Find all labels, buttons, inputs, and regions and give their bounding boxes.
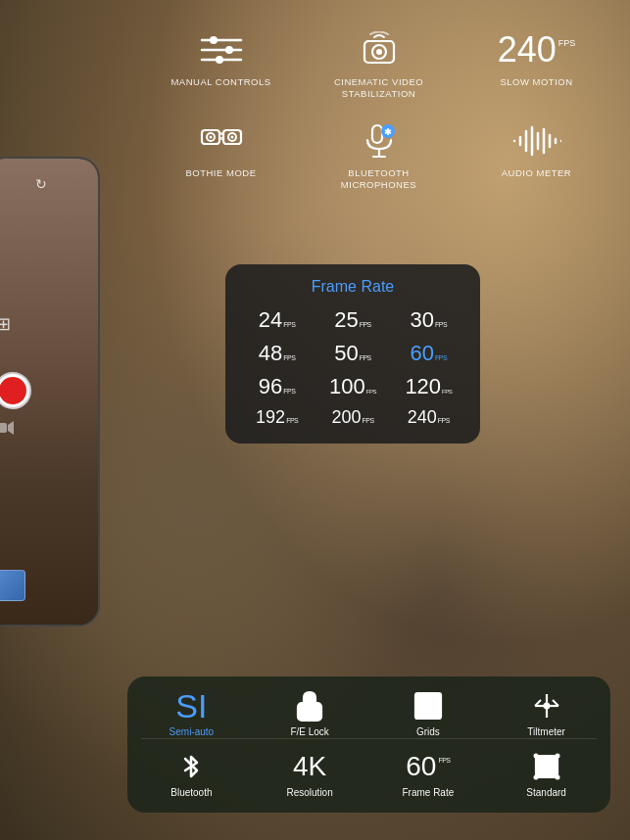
grids-label: Grids xyxy=(416,726,440,738)
bothie-label: BOTHIE MODE xyxy=(185,167,256,179)
toolbar-frame-rate[interactable]: 60 FPS Frame Rate xyxy=(374,751,483,799)
fps-200[interactable]: 200 FPS xyxy=(316,407,388,428)
svg-rect-44 xyxy=(536,756,557,777)
svg-rect-18 xyxy=(372,125,382,143)
fe-lock-label: F/E Lock xyxy=(290,726,328,738)
fps-25[interactable]: 25 FPS xyxy=(316,307,388,333)
svg-point-3 xyxy=(210,36,218,44)
svg-text:✱: ✱ xyxy=(384,127,392,137)
bluetooth-mic-label: BLUETOOTHMICROPHONES xyxy=(341,167,416,192)
frame-rate-title: Frame Rate xyxy=(241,278,464,296)
bottom-toolbar: SI Semi-auto F/E F/E Lock xyxy=(127,677,610,813)
toolbar-fe-lock[interactable]: F/E F/E Lock xyxy=(256,690,364,738)
resolution-label: Resolution xyxy=(286,787,332,799)
toolbar-standard[interactable]: Standard xyxy=(492,751,601,799)
frame-rate-small-label: Frame Rate xyxy=(402,787,454,799)
frame-rate-small-icon: 60 FPS xyxy=(406,751,450,782)
svg-rect-0 xyxy=(0,423,7,433)
svg-point-47 xyxy=(533,775,538,780)
toolbar-resolution[interactable]: 4K Resolution xyxy=(256,751,364,799)
fps-display-icon: 240 FPS xyxy=(511,29,562,70)
svg-point-13 xyxy=(209,135,212,138)
svg-point-48 xyxy=(555,775,559,780)
fps-192[interactable]: 192 FPS xyxy=(241,407,313,428)
grids-icon xyxy=(413,690,443,722)
feature-audio-meter[interactable]: AUDIO METER xyxy=(462,120,610,192)
svg-point-45 xyxy=(533,754,538,759)
stabilization-icon xyxy=(354,29,405,70)
toolbar-grids[interactable]: Grids xyxy=(374,690,483,738)
waveform-icon xyxy=(511,120,562,162)
toolbar-tiltmeter[interactable]: Tiltmeter xyxy=(492,690,601,738)
bothie-icon xyxy=(196,120,247,162)
feature-manual-controls[interactable]: MANUAL CONTROLS xyxy=(147,29,295,101)
feature-bluetooth-mic[interactable]: ✱ BLUETOOTHMICROPHONES xyxy=(305,120,453,192)
feature-slow-motion[interactable]: 240 FPS SLOW MOTION xyxy=(462,29,610,101)
svg-point-16 xyxy=(230,135,233,138)
fps-60[interactable]: 60 FPS xyxy=(393,341,464,366)
fps-48[interactable]: 48 FPS xyxy=(241,341,313,366)
cinematic-label: CINEMATIC VIDEOSTABILIZATION xyxy=(334,76,423,101)
bluetooth-icon xyxy=(179,751,203,782)
fps-240[interactable]: 240 FPS xyxy=(393,407,464,428)
toolbar-divider xyxy=(141,738,597,739)
phone-mockup: ↻ ⊞ xyxy=(0,157,100,627)
fps-unit-label: FPS xyxy=(558,36,576,48)
semi-auto-label: Semi-auto xyxy=(170,726,215,738)
svg-point-46 xyxy=(555,754,559,759)
fps-number: 240 xyxy=(498,32,557,68)
audio-meter-label: AUDIO METER xyxy=(502,167,571,179)
slow-motion-label: SLOW MOTION xyxy=(500,76,572,88)
svg-point-7 xyxy=(216,56,223,64)
manual-controls-label: MANUAL CONTROLS xyxy=(170,76,270,88)
standard-label: Standard xyxy=(526,787,566,799)
fe-lock-icon: F/E xyxy=(295,690,324,722)
sliders-icon xyxy=(196,29,247,70)
fps-120[interactable]: 120 FPS xyxy=(393,374,464,399)
fps-24[interactable]: 24 FPS xyxy=(241,307,313,333)
frame-rate-panel: Frame Rate 24 FPS 25 FPS 30 FPS 48 FPS 5… xyxy=(225,264,480,443)
si-icon: SI xyxy=(175,690,207,722)
bluetooth-label: Bluetooth xyxy=(170,787,212,799)
svg-rect-34 xyxy=(415,693,441,719)
toolbar-row-1: SI Semi-auto F/E F/E Lock xyxy=(137,690,601,738)
resolution-icon: 4K xyxy=(293,751,326,782)
toolbar-semi-auto[interactable]: SI Semi-auto xyxy=(137,690,246,738)
fps-96[interactable]: 96 FPS xyxy=(241,374,313,399)
svg-point-43 xyxy=(544,704,549,709)
svg-point-10 xyxy=(376,49,382,55)
thumbnail xyxy=(0,570,25,601)
top-features: MANUAL CONTROLS CINEMATIC VIDEOSTABILIZA… xyxy=(147,29,610,191)
feature-bothie[interactable]: BOTHIE MODE xyxy=(147,120,295,192)
fps-grid: 24 FPS 25 FPS 30 FPS 48 FPS 50 FPS 60 FP… xyxy=(241,307,464,428)
bluetooth-mic-icon: ✱ xyxy=(354,120,405,162)
fps-100[interactable]: 100 FPS xyxy=(316,374,388,399)
grid-button[interactable]: ⊞ xyxy=(0,313,11,335)
tiltmeter-label: Tiltmeter xyxy=(527,726,565,738)
refresh-icon: ↻ xyxy=(35,176,47,192)
toolbar-bluetooth[interactable]: Bluetooth xyxy=(137,751,246,799)
standard-icon xyxy=(532,751,561,782)
fps-50[interactable]: 50 FPS xyxy=(316,341,388,366)
record-button[interactable] xyxy=(0,372,31,409)
feature-cinematic[interactable]: CINEMATIC VIDEOSTABILIZATION xyxy=(305,29,453,101)
video-mode-button[interactable] xyxy=(0,421,14,439)
toolbar-row-2: Bluetooth 4K Resolution 60 FPS Fra xyxy=(137,751,601,799)
svg-text:F/E: F/E xyxy=(304,709,316,718)
svg-marker-1 xyxy=(8,421,14,435)
svg-point-5 xyxy=(225,46,233,54)
tiltmeter-icon xyxy=(532,690,561,722)
fps-30[interactable]: 30 FPS xyxy=(393,307,464,333)
